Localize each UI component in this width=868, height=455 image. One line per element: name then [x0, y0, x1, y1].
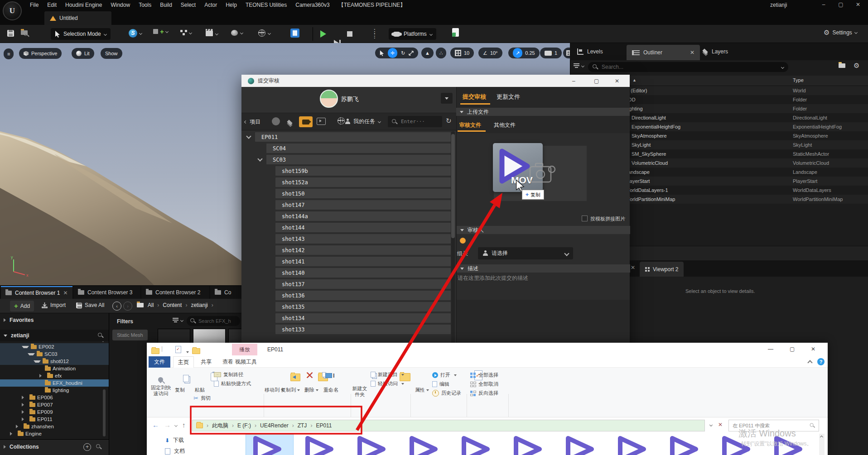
type-column-header[interactable]: Type — [793, 77, 804, 83]
select-none-button[interactable]: 全部取消 — [470, 381, 498, 388]
play-options-icon[interactable]: ⋮⋮ — [371, 29, 378, 38]
video-file-thumbnail[interactable] — [251, 436, 284, 455]
filter-chip-static-mesh[interactable]: Static Mesh — [112, 330, 148, 340]
copy-to-button[interactable]: 复制到 — [281, 387, 300, 393]
forward-icon[interactable]: › — [123, 302, 132, 311]
perspective-dropdown[interactable]: Perspective — [19, 48, 62, 59]
tree-item-efx_houdini[interactable]: EFX_houdini — [0, 379, 109, 387]
video-file-thumbnail[interactable] — [616, 436, 648, 455]
rename-button[interactable]: 重命名 — [323, 387, 338, 393]
grid-snap-control[interactable]: 10 — [450, 48, 474, 58]
dialog-maximize-icon[interactable]: ▢ — [594, 78, 599, 84]
tree-node-shot147[interactable]: shot147 — [275, 200, 451, 210]
delete-button[interactable]: 删除 — [304, 387, 318, 393]
user-menu-dropdown[interactable] — [441, 93, 453, 104]
transform-tools[interactable]: ✛ ↻ — [375, 48, 418, 58]
expand-icon[interactable] — [4, 318, 6, 322]
scale-snap-control[interactable]: ↗ 0.25 — [508, 48, 540, 58]
menu-item-file[interactable]: File — [30, 2, 39, 8]
back-icon[interactable]: ‹ — [112, 302, 121, 311]
collapse-icon[interactable] — [4, 335, 7, 337]
expand-icon[interactable] — [16, 425, 22, 428]
angle-snap-control[interactable]: ∠ 10° — [478, 48, 502, 58]
expand-icon[interactable] — [39, 374, 45, 378]
scene-category-icon[interactable] — [287, 120, 293, 125]
maximize-button[interactable]: ▢ — [834, 0, 848, 9]
breadcrumb[interactable]: ›此电脑›E (F:)›UE4Render›ZTJ›EP011 — [207, 422, 332, 430]
tree-node-shot144[interactable]: shot144 — [275, 223, 451, 232]
viewport-menu-icon[interactable]: ≡ — [4, 48, 14, 59]
video-file-thumbnail[interactable] — [407, 436, 440, 455]
add-collection-icon[interactable]: + — [83, 443, 91, 451]
breadcrumb-item[interactable]: Content — [163, 302, 182, 308]
tab-viewport2[interactable]: Viewport 2 — [640, 262, 684, 277]
tree-search-icon[interactable] — [98, 333, 103, 338]
selection-mode-dropdown[interactable]: Selection Mode — [51, 28, 111, 40]
video-file-thumbnail[interactable] — [459, 436, 492, 455]
dialog-title-bar[interactable]: 提交审核 – ▢ ✕ — [241, 75, 630, 87]
expand-icon[interactable] — [22, 410, 28, 414]
tab-other-files[interactable]: 其他文件 — [494, 121, 516, 129]
tree-item-shot012[interactable]: shot012 — [0, 358, 109, 365]
tab-layers[interactable]: Layers — [697, 44, 733, 59]
tree-node-shot143[interactable]: shot143 — [275, 234, 451, 244]
open-button[interactable]: 打开 — [432, 372, 457, 378]
tab-content-browser-3[interactable]: Content Browser 3 — [73, 286, 140, 299]
tab-review-files[interactable]: 审核文件 — [459, 121, 481, 129]
video-file-thumbnail[interactable] — [355, 436, 388, 455]
address-bar[interactable]: ›此电脑›E (F:)›UE4Render›ZTJ›EP011 — [192, 420, 705, 431]
tab-levels[interactable]: Levels — [572, 44, 608, 59]
easy-access-button[interactable]: 轻松访问 — [371, 380, 404, 387]
settings-dropdown[interactable]: ⚙ Settings — [824, 29, 857, 36]
lit-dropdown[interactable]: Lit — [72, 48, 94, 59]
close-tab-icon[interactable]: ✕ — [63, 290, 68, 296]
video-file-thumbnail[interactable] — [564, 436, 596, 455]
collapse-icon[interactable] — [246, 134, 251, 139]
add-actor-dropdown[interactable]: + — [153, 29, 168, 34]
tree-node-shot137[interactable]: shot137 — [275, 279, 451, 289]
tree-node-shot159b[interactable]: shot159b — [275, 166, 451, 176]
close-details-icon[interactable]: ✕ — [631, 264, 635, 271]
qat-customize-icon[interactable] — [185, 348, 189, 354]
explorer-close-icon[interactable]: ✕ — [811, 346, 815, 352]
tab-share[interactable]: 共享 — [196, 356, 217, 368]
favorites-section[interactable]: Favorites — [4, 317, 34, 323]
expand-icon[interactable] — [22, 396, 28, 399]
asset-search-input[interactable]: Search EFX_h — [187, 316, 240, 326]
project-back-button[interactable]: 项目 — [245, 118, 260, 126]
close-outliner-tab-icon[interactable]: ✕ — [690, 49, 694, 56]
close-button[interactable]: ✕ — [851, 0, 865, 9]
breadcrumb-item[interactable]: 此电脑 — [212, 422, 228, 430]
blueprints-dropdown[interactable]: S — [129, 29, 142, 38]
tree-item-ep009[interactable]: EP009 — [0, 408, 109, 416]
edit-button[interactable]: 编辑 — [432, 381, 449, 388]
explorer-title-bar[interactable]: | ✓ 播放 EP011 — ▢ ✕ — [147, 343, 828, 356]
menu-item-tools[interactable]: Tools — [139, 2, 151, 8]
menu-item-select[interactable]: Select — [181, 2, 196, 8]
import-button[interactable]: Import — [42, 302, 66, 308]
node-graph-dropdown[interactable] — [180, 30, 192, 35]
breadcrumb-item[interactable]: E (F:) — [237, 422, 251, 429]
video-file-thumbnail[interactable] — [511, 436, 544, 455]
dialog-minimize-icon[interactable]: – — [572, 78, 575, 84]
tree-node-sc04[interactable]: SC04 — [266, 144, 451, 153]
camera-speed-control[interactable]: 1 — [540, 48, 562, 58]
video-tools-contextual-tab[interactable]: 播放 — [232, 344, 257, 355]
expand-icon[interactable] — [28, 353, 35, 355]
my-tasks-dropdown[interactable]: 我的任务 — [345, 118, 381, 125]
menu-item-window[interactable]: Window — [111, 2, 130, 8]
tree-item-animation[interactable]: Animation — [0, 365, 109, 372]
description-section[interactable]: 描述 — [457, 264, 630, 273]
tree-node-shot144a[interactable]: shot144a — [275, 211, 451, 221]
sidebar-item-downloads[interactable]: ⬇ 下载 — [165, 436, 184, 444]
camera-category-icon-active[interactable] — [299, 116, 313, 127]
expand-icon[interactable] — [4, 445, 6, 449]
surface-snap-icon[interactable]: ▲ — [421, 48, 434, 58]
properties-button[interactable]: 属性 — [415, 387, 429, 393]
menu-item-edit[interactable]: Edit — [47, 2, 57, 8]
tree-item-zhanshen[interactable]: zhanshen — [0, 423, 109, 430]
outliner-search-input[interactable]: Search... — [588, 62, 788, 72]
stop-button[interactable] — [347, 31, 352, 37]
video-file-thumbnail[interactable] — [668, 436, 700, 455]
menu-item-build[interactable]: Build — [160, 2, 172, 8]
